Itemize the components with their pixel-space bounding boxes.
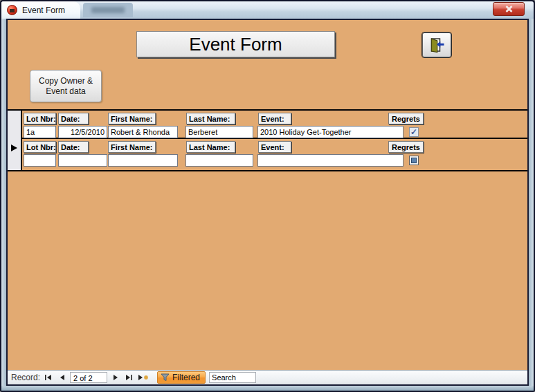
form-frame: Event Form Copy Owner & Event data <box>6 19 529 386</box>
record-position-box[interactable] <box>70 372 107 383</box>
lot-nbr-header: Lot Nbr: <box>24 113 56 124</box>
first-name-header: First Name: <box>108 113 156 124</box>
event-field[interactable] <box>257 154 403 167</box>
date-field[interactable] <box>58 154 107 167</box>
records-grid: Lot Nbr: Date: First Name: Last Name: Ev… <box>8 109 527 171</box>
exit-door-icon <box>428 37 445 53</box>
previous-record-button[interactable] <box>56 373 68 383</box>
last-name-field[interactable] <box>185 126 253 138</box>
event-header: Event: <box>258 141 291 153</box>
last-record-icon <box>125 374 133 381</box>
record-navigation-bar: Record: <box>8 370 527 384</box>
lot-nbr-header: Lot Nbr: <box>24 141 56 153</box>
event-field[interactable] <box>257 126 403 138</box>
date-header: Date: <box>58 113 89 124</box>
regrets-header: Regrets <box>388 141 424 153</box>
record-row-1: Lot Nbr: Date: First Name: Last Name: Ev… <box>22 111 527 139</box>
close-icon <box>505 6 513 12</box>
regrets-header: Regrets <box>388 113 424 124</box>
copy-owner-event-button[interactable]: Copy Owner & Event data <box>30 70 102 102</box>
filtered-toggle-button[interactable]: Filtered <box>157 371 206 384</box>
lot-nbr-field[interactable] <box>24 154 56 167</box>
lot-nbr-field[interactable] <box>24 126 56 138</box>
window-frame-bottom <box>1 386 534 391</box>
last-name-header: Last Name: <box>186 113 235 124</box>
last-record-button[interactable] <box>123 373 135 383</box>
current-record-arrow-icon <box>11 144 17 151</box>
form-title-label: Event Form <box>136 31 335 57</box>
form-body: Event Form Copy Owner & Event data <box>8 20 527 370</box>
window-title: Event Form <box>22 6 65 15</box>
record-label: Record: <box>11 373 40 382</box>
first-record-button[interactable] <box>42 373 54 383</box>
regrets-checkbox-null[interactable] <box>409 156 419 165</box>
date-header: Date: <box>58 141 89 153</box>
copy-button-line1: Copy Owner & <box>39 76 93 86</box>
first-name-header: First Name: <box>108 141 156 153</box>
close-button[interactable] <box>493 2 525 16</box>
date-field[interactable] <box>58 126 107 138</box>
records-rows: Lot Nbr: Date: First Name: Last Name: Ev… <box>22 111 527 170</box>
filter-funnel-icon <box>161 373 170 382</box>
next-record-button[interactable] <box>109 373 121 383</box>
event-form-window: Event Form Event Form <box>0 0 535 392</box>
search-input[interactable] <box>209 372 256 383</box>
event-header: Event: <box>258 113 291 124</box>
last-name-header: Last Name: <box>186 141 235 153</box>
next-record-icon <box>113 374 118 381</box>
window-frame-right <box>529 19 534 391</box>
title-bar: Event Form <box>1 1 534 19</box>
previous-record-icon <box>60 374 65 381</box>
new-record-button[interactable] <box>137 373 149 383</box>
record-selector-column[interactable] <box>8 111 22 170</box>
first-name-field[interactable] <box>108 126 178 138</box>
window-frame-left <box>1 19 6 391</box>
exit-form-button[interactable] <box>422 32 451 57</box>
inactive-tab[interactable] <box>83 3 133 17</box>
last-name-field[interactable] <box>185 154 253 167</box>
first-name-field[interactable] <box>108 154 178 167</box>
record-row-new: Lot Nbr: Date: First Name: Last Name: Ev… <box>22 139 527 169</box>
new-record-icon <box>138 374 149 381</box>
check-icon: ✓ <box>410 128 417 136</box>
regrets-checkbox-checked[interactable]: ✓ <box>409 127 419 137</box>
filtered-label: Filtered <box>172 373 200 382</box>
form-icon <box>7 5 17 15</box>
first-record-icon <box>44 374 52 381</box>
null-checkbox-fill <box>411 158 417 163</box>
copy-button-line2: Event data <box>46 86 85 97</box>
inactive-tab-blurred-label <box>91 7 125 13</box>
tab-event-form[interactable]: Event Form <box>1 1 80 19</box>
